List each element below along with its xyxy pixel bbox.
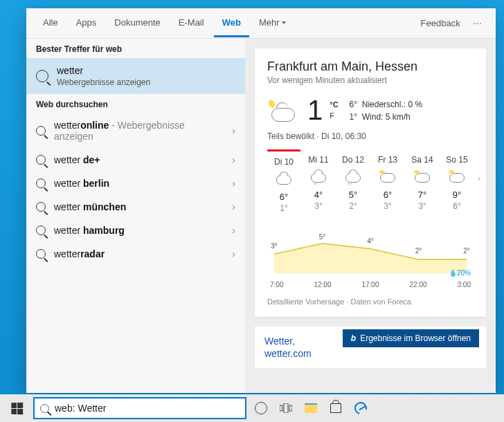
precip-badge: 💧20%	[449, 269, 471, 277]
forecast-day-label: Sa 14	[407, 155, 438, 165]
taskbar-search-box[interactable]	[33, 397, 246, 419]
forecast-day[interactable]: Mi 114°3°	[302, 149, 335, 219]
suggestion-label: wetter hamburg	[54, 225, 224, 236]
chevron-right-icon: ›	[232, 125, 235, 136]
suggestion-item[interactable]: wetter hamburg›	[26, 219, 245, 242]
svg-rect-0	[280, 405, 282, 411]
forecast-low: 3°	[303, 201, 334, 211]
suggestion-label: wetter münchen	[54, 201, 224, 212]
forecast-high: 6°	[269, 192, 299, 202]
search-icon	[40, 404, 49, 413]
tab-email[interactable]: E-Mail	[170, 10, 213, 37]
search-icon	[36, 70, 48, 82]
weather-attribution: Detaillierte Vorhersage · Daten von Fore…	[267, 297, 474, 306]
forecast-high: 6°	[372, 190, 403, 200]
chart-point-label: 2°	[463, 247, 470, 255]
suggestion-item[interactable]: wetteronline - Webergebnisse anzeigen›	[26, 113, 245, 148]
weather-card: Frankfurt am Main, Hessen Vor wenigen Mi…	[255, 48, 486, 317]
left-column: Bester Treffer für web wetter Webergebni…	[26, 39, 245, 393]
suggestion-item[interactable]: wetter münchen›	[26, 195, 245, 219]
task-view-button[interactable]	[278, 401, 294, 416]
x-tick: 17:00	[361, 281, 379, 288]
search-icon	[36, 226, 46, 235]
forecast-next-icon[interactable]: ›	[478, 174, 480, 183]
cortana-button[interactable]	[253, 401, 269, 416]
suggestion-label: wetter de+	[54, 154, 224, 165]
tab-apps[interactable]: Apps	[68, 10, 105, 37]
high-temp: 6°	[350, 100, 357, 109]
chevron-right-icon: ›	[232, 248, 235, 259]
edge-button[interactable]	[353, 401, 368, 416]
filter-tabs: Alle Apps Dokumente E-Mail Web Mehr Feed…	[26, 8, 496, 39]
windows-icon	[11, 402, 23, 414]
x-tick: 22:00	[409, 281, 426, 288]
forecast-day-label: Fr 13	[372, 155, 403, 165]
preview-pane: Frankfurt am Main, Hessen Vor wenigen Mi…	[245, 39, 496, 393]
chevron-down-icon	[282, 21, 286, 24]
forecast-day[interactable]: So 159°6°	[440, 149, 474, 219]
hourly-chart: 💧20% 7:0012:0017:0022:003:00 3°5°4°2°2°	[267, 228, 474, 291]
search-icon	[36, 202, 46, 212]
search-icon	[36, 178, 46, 188]
chevron-right-icon: ›	[232, 201, 235, 212]
cortana-icon	[255, 402, 267, 414]
forecast-day[interactable]: Sa 147°3°	[406, 149, 439, 219]
low-temp: 1°	[350, 112, 357, 122]
suggestion-item[interactable]: wetterradar›	[26, 242, 245, 266]
x-tick: 7:00	[270, 281, 283, 288]
suggestion-label: wetteronline - Webergebnisse anzeigen	[54, 120, 224, 142]
chart-x-axis: 7:0012:0017:0022:003:00	[267, 281, 474, 288]
tab-web[interactable]: Web	[214, 10, 249, 37]
best-match-header: Bester Treffer für web	[26, 39, 245, 58]
unit-toggle[interactable]: °C F	[330, 100, 338, 121]
feedback-link[interactable]: Feedback	[415, 18, 466, 28]
forecast-high: 7°	[407, 190, 438, 200]
search-input[interactable]	[55, 403, 240, 414]
suggestion-label: wetterradar	[54, 248, 224, 259]
bing-icon: b	[351, 333, 356, 343]
search-icon	[36, 126, 46, 136]
forecast-day[interactable]: Fr 136°3°	[371, 149, 404, 219]
wind-label: Wind: 5 km/h	[362, 112, 411, 122]
forecast-high: 9°	[442, 190, 472, 200]
weather-updated: Vor wenigen Minuten aktualisiert	[267, 75, 474, 85]
best-match-item[interactable]: wetter Webergebnisse anzeigen	[26, 58, 245, 94]
forecast-high: 5°	[338, 190, 368, 200]
suggestion-item[interactable]: wetter berlin›	[26, 172, 245, 195]
suggestion-label: wetter berlin	[54, 178, 224, 189]
precip-label: Niederschl.: 0 %	[362, 100, 422, 109]
chevron-right-icon: ›	[232, 178, 235, 189]
microsoft-store-button[interactable]	[328, 401, 343, 416]
forecast-low: 2°	[338, 201, 368, 211]
start-button[interactable]	[0, 394, 33, 422]
weather-icon	[380, 173, 395, 183]
chart-point-label: 4°	[367, 237, 374, 245]
tab-alle[interactable]: Alle	[35, 10, 66, 37]
serp-card[interactable]: Wetter, hidden pad nt | wetter.com b Erg…	[255, 327, 486, 368]
svg-rect-2	[289, 405, 292, 411]
tab-mehr[interactable]: Mehr	[251, 10, 294, 37]
chart-point-label: 3°	[271, 242, 278, 250]
forecast-low: 1°	[269, 203, 299, 213]
forecast-day[interactable]: Di 106°1°	[267, 149, 300, 219]
forecast-day-label: So 15	[442, 155, 472, 165]
more-menu-icon[interactable]: ···	[467, 17, 487, 30]
open-in-browser-button[interactable]: b Ergebnisse im Browser öffnen	[343, 329, 479, 347]
taskbar	[0, 394, 504, 422]
partly-cloudy-night-icon	[267, 97, 300, 125]
best-match-subtitle: Webergebnisse anzeigen	[57, 77, 150, 87]
file-explorer-button[interactable]	[303, 401, 318, 416]
folder-icon	[305, 403, 317, 413]
current-temp: 1	[307, 95, 323, 126]
forecast-day[interactable]: Do 125°2°	[336, 149, 370, 219]
weather-icon	[276, 175, 291, 185]
suggestion-item[interactable]: wetter de+›	[26, 148, 245, 172]
forecast-row: Di 106°1°Mi 114°3°Do 125°2°Fr 136°3°Sa 1…	[267, 149, 474, 219]
weather-location: Frankfurt am Main, Hessen	[267, 59, 474, 74]
x-tick: 12:00	[314, 281, 331, 288]
forecast-high: 4°	[303, 190, 334, 200]
tab-dokumente[interactable]: Dokumente	[106, 10, 168, 37]
store-icon	[330, 403, 341, 413]
weather-icon	[311, 173, 326, 183]
condition-line: Teils bewölkt · Di 10, 06:30	[267, 131, 474, 141]
